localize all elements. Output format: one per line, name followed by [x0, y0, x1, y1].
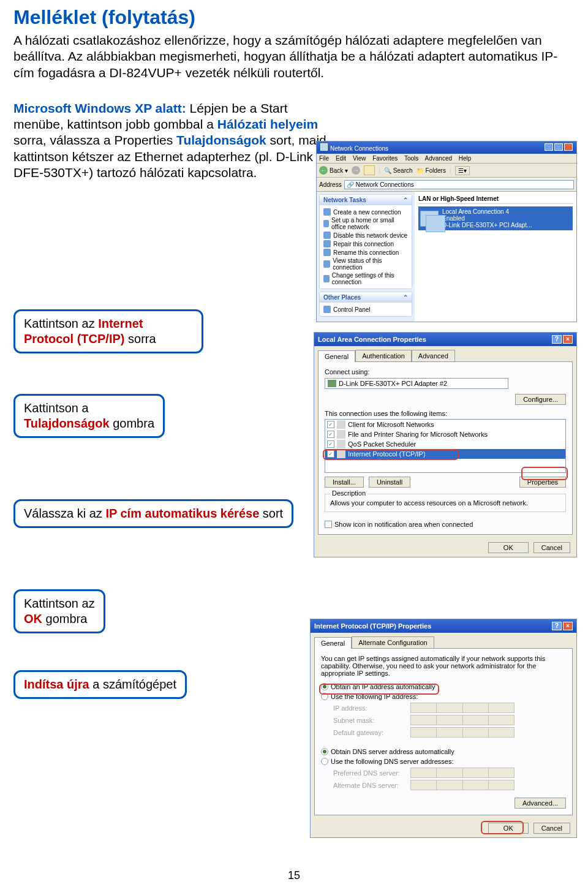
dialog-title-text: Local Area Connection Properties [318, 336, 426, 343]
other-places-header[interactable]: Other Places⌃ [320, 292, 412, 303]
uninstall-button[interactable]: Uninstall [369, 477, 410, 488]
toolbar: ←Back ▾ → | 🔍Search 📁Folders | ☰▾ [317, 164, 576, 178]
callout-click-properties: Kattintson a Tulajdonságok gombra [13, 394, 165, 438]
network-icon [320, 143, 328, 151]
description-label: Description [330, 489, 368, 497]
callout-restart: Indítsa újra a számítógépet [13, 670, 187, 699]
network-tasks-header[interactable]: Network Tasks⌃ [320, 195, 412, 205]
items-listbox[interactable]: ✓Client for Microsoft Networks ✓File and… [325, 419, 566, 473]
task-view-status[interactable]: View status of this connection [323, 257, 408, 271]
page-number: 15 [0, 869, 588, 882]
subnet-field [410, 715, 514, 725]
task-repair[interactable]: Repair this connection [323, 240, 408, 248]
address-label: Address [319, 181, 342, 188]
dialog-title-text: Internet Protocol (TCP/IP) Properties [314, 622, 431, 630]
address-bar: Address 🔗Network Connections [317, 178, 576, 192]
tab-alternate[interactable]: Alternate Configuration [352, 636, 434, 648]
radio-use-dns[interactable]: Use the following DNS server addresses: [321, 758, 566, 765]
task-setup-network[interactable]: Set up a home or small office network [323, 216, 408, 231]
address-input[interactable]: 🔗Network Connections [344, 180, 574, 189]
back-button[interactable]: ←Back ▾ [319, 166, 348, 175]
menu-advanced[interactable]: Advanced [425, 155, 452, 162]
instructions-paragraph: Microsoft Windows XP alatt: Lépjen be a … [13, 100, 336, 181]
gateway-field [410, 727, 514, 738]
preferred-dns-field [410, 768, 514, 778]
dialog-titlebar[interactable]: Internet Protocol (TCP/IP) Properties ?× [311, 619, 576, 633]
window-titlebar[interactable]: Network Connections [317, 142, 576, 154]
category-header: LAN or High-Speed Internet [418, 195, 573, 204]
subnet-row: Subnet mask: [333, 715, 566, 725]
cancel-button[interactable]: Cancel [533, 823, 570, 834]
local-area-connection-item[interactable]: Local Area Connection 4 Enabled D-Link D… [418, 206, 573, 230]
task-disable-device[interactable]: Disable this network device [323, 231, 408, 240]
lac-properties-dialog: Local Area Connection Properties ?× Gene… [314, 332, 577, 557]
window-title-text: Network Connections [330, 145, 388, 152]
tab-authentication[interactable]: Authentication [355, 350, 412, 361]
alternate-dns-field [410, 780, 514, 790]
properties-label: Tulajdonságok [176, 133, 266, 147]
page-title: Melléklet (folytatás) [13, 6, 575, 29]
install-button[interactable]: Install... [325, 477, 364, 488]
connections-list: LAN or High-Speed Internet Local Area Co… [415, 192, 576, 322]
forward-button[interactable]: → [352, 166, 360, 175]
task-rename[interactable]: Rename this connection [323, 248, 408, 257]
task-change-settings[interactable]: Change settings of this connection [323, 271, 408, 286]
menu-edit[interactable]: Edit [336, 155, 346, 162]
close-button[interactable]: × [563, 622, 573, 630]
network-places-label: Hálózati helyeim [217, 117, 318, 131]
other-control-panel[interactable]: Control Panel [323, 305, 408, 314]
up-button[interactable] [364, 165, 375, 175]
tabs: General Alternate Configuration [311, 633, 576, 648]
tab-advanced[interactable]: Advanced [412, 350, 455, 361]
menu-view[interactable]: View [353, 155, 366, 162]
minimize-button[interactable] [545, 143, 553, 151]
search-icon: 🔍 [384, 167, 391, 174]
adapter-field: D-Link DFE-530TX+ PCI Adapter #2 [325, 378, 508, 389]
configure-button[interactable]: Configure... [515, 394, 566, 405]
views-button[interactable]: ☰▾ [455, 166, 470, 175]
gateway-row: Default gateway: [333, 727, 566, 738]
item-file-printer-sharing[interactable]: ✓File and Printer Sharing for Microsoft … [325, 429, 565, 439]
maximize-button[interactable] [554, 143, 563, 151]
folders-button[interactable]: 📁Folders [417, 167, 446, 174]
p2-body2: sorra, válassza a Properties [13, 133, 176, 147]
connection-icon [420, 211, 439, 227]
show-icon-row[interactable]: Show icon in notification area when conn… [325, 521, 566, 528]
radio-obtain-dns-auto[interactable]: Obtain DNS server address automatically [321, 748, 566, 755]
tab-general[interactable]: General [318, 350, 355, 362]
sidebar: Network Tasks⌃ Create a new connection S… [317, 192, 415, 322]
menu-file[interactable]: File [319, 155, 329, 162]
item-client-msnet[interactable]: ✓Client for Microsoft Networks [325, 420, 565, 429]
ip-address-row: IP address: [333, 703, 566, 713]
search-button[interactable]: 🔍Search [384, 167, 413, 174]
callout-click-tcpip: Kattintson az Internet Protocol (TCP/IP)… [13, 309, 203, 353]
connect-using-label: Connect using: [325, 368, 566, 376]
ip-address-field [410, 703, 514, 713]
connection-state: Enabled [442, 215, 532, 222]
menu-help[interactable]: Help [459, 155, 472, 162]
close-button[interactable] [564, 143, 573, 151]
cancel-button[interactable]: Cancel [533, 542, 570, 553]
help-button[interactable]: ? [552, 335, 562, 344]
menu-bar: File Edit View Favorites Tools Advanced … [317, 154, 576, 164]
preferred-dns-row: Preferred DNS server: [333, 768, 566, 778]
task-create-connection[interactable]: Create a new connection [323, 208, 408, 216]
description-text: Allows your computer to access resources… [330, 499, 560, 507]
advanced-button[interactable]: Advanced... [514, 798, 566, 809]
ok-button[interactable]: OK [488, 542, 529, 553]
intro-paragraph: A hálózati csatlakozáshoz ellenőrizze, h… [13, 32, 575, 81]
tab-general[interactable]: General [314, 637, 352, 649]
menu-favorites[interactable]: Favorites [372, 155, 398, 162]
item-qos[interactable]: ✓QoS Packet Scheduler [325, 439, 565, 449]
connection-name: Local Area Connection 4 [442, 208, 532, 215]
help-button[interactable]: ? [552, 622, 562, 630]
xp-lead: Microsoft Windows XP alatt: [13, 101, 186, 115]
dialog-titlebar[interactable]: Local Area Connection Properties ?× [314, 333, 576, 346]
network-icon: 🔗 [347, 181, 354, 188]
close-button[interactable]: × [563, 335, 573, 344]
show-icon-checkbox[interactable] [325, 521, 332, 528]
ok-highlight [481, 821, 524, 834]
tcpip-properties-dialog: Internet Protocol (TCP/IP) Properties ?×… [310, 619, 577, 838]
show-icon-label: Show icon in notification area when conn… [334, 521, 473, 528]
menu-tools[interactable]: Tools [404, 155, 418, 162]
